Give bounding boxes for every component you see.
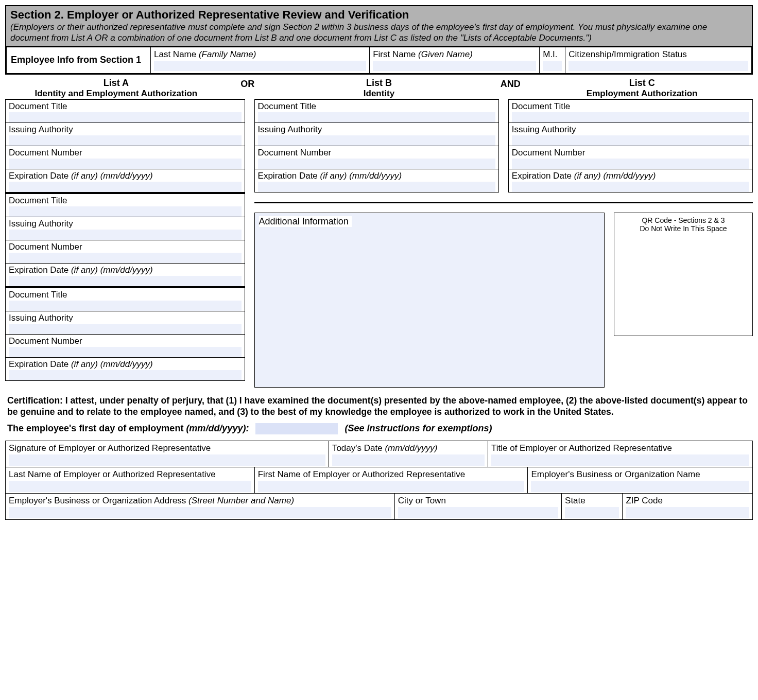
- sig-row-1: Signature of Employer or Authorized Repr…: [6, 441, 752, 467]
- list-a-doc2-title-input[interactable]: [9, 206, 242, 217]
- list-c-doc: Document Title Issuing Authority Documen…: [508, 99, 753, 192]
- business-name-input[interactable]: [531, 481, 749, 492]
- employee-info-row: Employee Info from Section 1 Last Name (…: [5, 46, 753, 75]
- list-b-column: Document Title Issuing Authority Documen…: [254, 99, 499, 192]
- employee-citizenship-cell: Citizenship/Immigration Status: [565, 47, 751, 73]
- list-a-doc3-number-input[interactable]: [9, 347, 242, 357]
- employee-mi-cell: M.I.: [540, 47, 565, 73]
- zip-input[interactable]: [626, 507, 749, 518]
- list-a-doc1-number-input[interactable]: [9, 159, 242, 169]
- list-a-doc1: Document Title Issuing Authority Documen…: [5, 99, 245, 192]
- list-b-doc: Document Title Issuing Authority Documen…: [254, 99, 499, 192]
- list-a-header: List A Identity and Employment Authoriza…: [5, 78, 227, 99]
- list-c-column: Document Title Issuing Authority Documen…: [508, 99, 753, 192]
- list-b-header: List B Identity: [268, 78, 490, 99]
- list-c-authority-input[interactable]: [512, 135, 749, 146]
- list-c-title-input[interactable]: [512, 112, 749, 122]
- sig-row-2: Last Name of Employer or Authorized Repr…: [6, 467, 752, 493]
- employee-first-name-cell: First Name (Given Name): [370, 47, 540, 73]
- employee-last-name-input[interactable]: [154, 61, 366, 71]
- employer-first-name-input[interactable]: [258, 481, 525, 492]
- first-day-row: The employee's first day of employment (…: [7, 423, 751, 434]
- list-a-doc1-exp-input[interactable]: [9, 182, 242, 192]
- list-a-doc3-title-input[interactable]: [9, 301, 242, 311]
- list-a-doc3-exp-input[interactable]: [9, 370, 242, 380]
- list-a-doc2-authority-input[interactable]: [9, 230, 242, 240]
- section-2-header: Section 2. Employer or Authorized Repres…: [5, 5, 753, 46]
- city-input[interactable]: [398, 507, 558, 518]
- section-2-title: Section 2. Employer or Authorized Repres…: [10, 8, 748, 22]
- list-c-header: List C Employment Authorization: [531, 78, 753, 99]
- additional-info-row: Additional Information QR Code - Section…: [254, 202, 753, 388]
- list-a-doc1-title-input[interactable]: [9, 112, 242, 122]
- list-headers: List A Identity and Employment Authoriza…: [5, 78, 753, 99]
- employee-citizenship-input[interactable]: [568, 61, 748, 71]
- todays-date-input[interactable]: [332, 454, 485, 466]
- certification-text: Certification: I attest, under penalty o…: [7, 395, 751, 418]
- sig-row-3: Employer's Business or Organization Addr…: [6, 493, 752, 519]
- or-label: OR: [227, 78, 268, 99]
- employee-mi-input[interactable]: [543, 61, 562, 71]
- list-c-number-input[interactable]: [512, 159, 749, 169]
- right-column: Document Title Issuing Authority Documen…: [254, 99, 753, 388]
- signature-table: Signature of Employer or Authorized Repr…: [5, 441, 753, 520]
- section-2-instructions: (Employers or their authorized represent…: [10, 22, 748, 44]
- list-b-c-row: Document Title Issuing Authority Documen…: [254, 99, 753, 192]
- list-a-doc3: Document Title Issuing Authority Documen…: [5, 287, 245, 381]
- state-input[interactable]: [565, 507, 619, 518]
- and-label: AND: [490, 78, 531, 99]
- list-b-authority-input[interactable]: [258, 135, 495, 146]
- list-a-doc3-authority-input[interactable]: [9, 324, 242, 334]
- list-a-doc2-exp-input[interactable]: [9, 276, 242, 286]
- first-day-input[interactable]: [255, 423, 338, 434]
- employee-info-label: Employee Info from Section 1: [7, 47, 151, 73]
- business-address-input[interactable]: [9, 507, 391, 518]
- list-a-doc2-number-input[interactable]: [9, 253, 242, 263]
- document-columns: Document Title Issuing Authority Documen…: [5, 99, 753, 388]
- employee-first-name-input[interactable]: [373, 61, 536, 71]
- additional-information-box[interactable]: Additional Information: [254, 213, 605, 388]
- employer-last-name-input[interactable]: [9, 481, 251, 492]
- list-b-number-input[interactable]: [258, 159, 495, 169]
- employer-title-input[interactable]: [491, 454, 749, 466]
- list-a-doc1-authority-input[interactable]: [9, 135, 242, 146]
- list-b-exp-input[interactable]: [258, 182, 495, 192]
- list-c-exp-input[interactable]: [512, 182, 749, 192]
- list-b-title-input[interactable]: [258, 112, 495, 122]
- signature-input[interactable]: [9, 454, 325, 466]
- qr-code-box: QR Code - Sections 2 & 3 Do Not Write In…: [614, 213, 753, 336]
- list-a-doc2: Document Title Issuing Authority Documen…: [5, 192, 245, 287]
- employee-last-name-cell: Last Name (Family Name): [151, 47, 370, 73]
- list-a-column: Document Title Issuing Authority Documen…: [5, 99, 245, 388]
